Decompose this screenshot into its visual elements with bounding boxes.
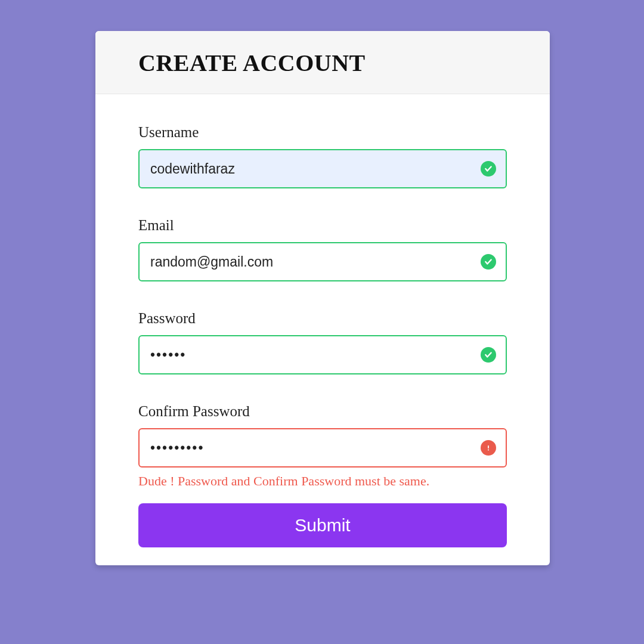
check-circle-icon — [481, 254, 496, 270]
check-circle-icon — [481, 161, 496, 177]
confirm-password-label: Confirm Password — [138, 403, 507, 420]
card-body: Username Email Password — [95, 94, 550, 565]
page-title: CREATE ACCOUNT — [138, 49, 507, 77]
confirm-password-input[interactable] — [138, 428, 507, 467]
submit-button[interactable]: Submit — [138, 503, 507, 547]
username-input-wrap — [138, 149, 507, 188]
email-label: Email — [138, 217, 507, 234]
password-input-wrap — [138, 335, 507, 374]
check-circle-icon — [481, 347, 496, 363]
email-input[interactable] — [138, 242, 507, 281]
card-header: CREATE ACCOUNT — [95, 31, 550, 94]
signup-card: CREATE ACCOUNT Username Email Password — [95, 31, 550, 565]
field-confirm-password: Confirm Password — [138, 403, 507, 467]
field-email: Email — [138, 217, 507, 281]
svg-point-1 — [488, 449, 489, 450]
field-username: Username — [138, 124, 507, 188]
confirm-password-input-wrap — [138, 428, 507, 467]
password-label: Password — [138, 310, 507, 327]
username-input[interactable] — [138, 149, 507, 188]
confirm-password-error: Dude ! Password and Confirm Password mus… — [138, 473, 507, 489]
username-label: Username — [138, 124, 507, 141]
password-input[interactable] — [138, 335, 507, 374]
field-password: Password — [138, 310, 507, 374]
email-input-wrap — [138, 242, 507, 281]
alert-circle-icon — [481, 440, 496, 456]
svg-rect-0 — [488, 445, 489, 448]
